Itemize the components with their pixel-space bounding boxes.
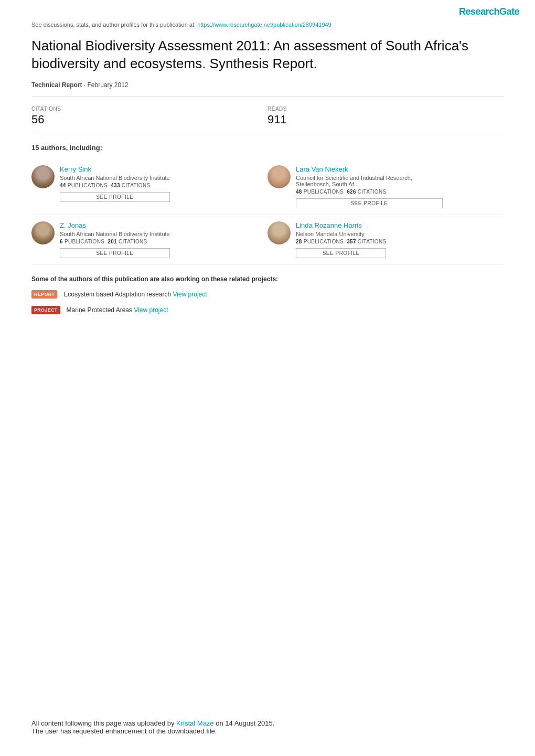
author-institution-2: South African National Biodiversity Inst… — [60, 231, 170, 237]
footer-upload-line: All content following this page was uplo… — [31, 719, 274, 727]
author-avatar-1 — [268, 165, 291, 188]
author-stats-0: 44 PUBLICATIONS 433 CITATIONS — [60, 183, 170, 188]
author-card-2: Z. Jonas South African National Biodiver… — [31, 215, 268, 265]
project-item-0: Report Ecosystem based Adaptation resear… — [31, 290, 504, 299]
authors-title: 15 authors, including: — [31, 144, 504, 152]
footer-enhancement-line: The user has requested enhancement of th… — [31, 727, 274, 735]
researchgate-brand: ResearchGate — [459, 6, 519, 17]
reads-value: 911 — [268, 113, 504, 126]
report-type-line: Technical Report · February 2012 — [31, 81, 504, 97]
author-name-3[interactable]: Linda Rozanne Harris — [296, 221, 386, 229]
project-text-0: Ecosystem based Adaptation research View… — [63, 291, 207, 298]
reads-block: READS 911 — [268, 106, 504, 126]
project-badge-1: Project — [31, 306, 60, 314]
author-avatar-2 — [31, 221, 55, 244]
project-text-1: Marine Protected Areas View project — [67, 306, 168, 314]
author-institution-0: South African National Biodiversity Inst… — [60, 175, 170, 181]
authors-grid: Kerry Sink South African National Biodiv… — [31, 159, 504, 265]
see-profile-button-2[interactable]: SEE PROFILE — [60, 248, 170, 258]
see-profile-button-3[interactable]: SEE PROFILE — [296, 248, 386, 258]
author-card-3: Linda Rozanne Harris Nelson Mandela Univ… — [268, 215, 504, 265]
author-stats-1: 48 PUBLICATIONS 626 CITATIONS — [296, 189, 443, 195]
author-stats-2: 6 PUBLICATIONS 201 CITATIONS — [60, 239, 170, 244]
author-avatar-0 — [31, 165, 55, 188]
project-link-1[interactable]: View project — [134, 306, 168, 314]
author-info-1: Lara Van Niekerk Council for Scientific … — [296, 165, 443, 208]
author-name-0[interactable]: Kerry Sink — [60, 165, 170, 173]
report-date: February 2012 — [87, 81, 128, 89]
publication-url[interactable]: https://www.researchgate.net/publication… — [197, 22, 331, 28]
see-profile-button-1[interactable]: SEE PROFILE — [296, 198, 443, 208]
footer-area: All content following this page was uplo… — [31, 719, 274, 735]
page-title: National Biodiversity Assessment 2011: A… — [31, 37, 504, 73]
author-info-2: Z. Jonas South African National Biodiver… — [60, 221, 170, 258]
author-name-2[interactable]: Z. Jonas — [60, 221, 170, 229]
reads-label: READS — [268, 106, 504, 112]
author-info-0: Kerry Sink South African National Biodiv… — [60, 165, 170, 202]
project-badge-0: Report — [31, 290, 57, 299]
report-type: Technical Report — [31, 81, 82, 89]
author-avatar-3 — [268, 221, 291, 244]
author-card-1: Lara Van Niekerk Council for Scientific … — [268, 159, 504, 215]
author-institution-3: Nelson Mandela University — [296, 231, 386, 237]
url-line: See discussions, stats, and author profi… — [31, 22, 504, 28]
see-profile-button-0[interactable]: SEE PROFILE — [60, 192, 170, 202]
stats-row: CITATIONS 56 READS 911 — [31, 106, 504, 134]
author-card-0: Kerry Sink South African National Biodiv… — [31, 159, 268, 215]
author-name-1[interactable]: Lara Van Niekerk — [296, 165, 443, 173]
project-item-1: Project Marine Protected Areas View proj… — [31, 306, 504, 314]
citations-value: 56 — [31, 113, 268, 126]
project-link-0[interactable]: View project — [173, 291, 207, 298]
author-institution-1: Council for Scientific and Industrial Re… — [296, 175, 443, 187]
author-info-3: Linda Rozanne Harris Nelson Mandela Univ… — [296, 221, 386, 258]
citations-label: CITATIONS — [31, 106, 268, 112]
author-stats-3: 28 PUBLICATIONS 357 CITATIONS — [296, 239, 386, 244]
related-projects-title: Some of the authors of this publication … — [31, 275, 504, 283]
citations-block: CITATIONS 56 — [31, 106, 268, 126]
